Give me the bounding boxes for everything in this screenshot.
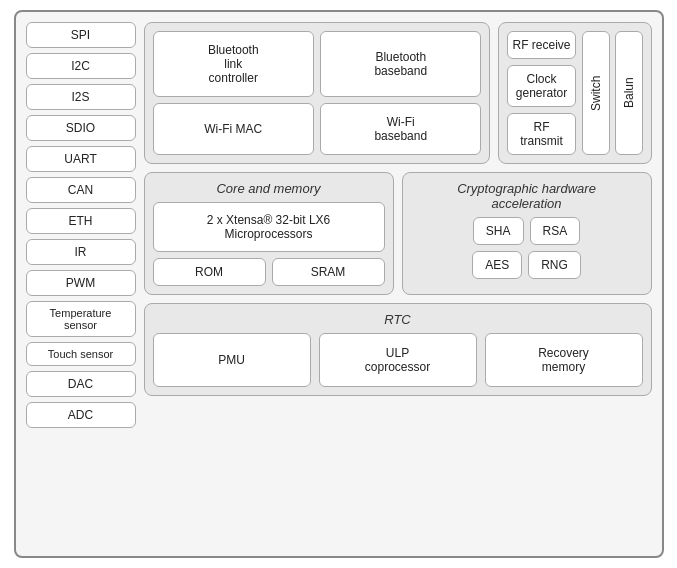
- rng-block: RNG: [528, 251, 581, 279]
- rf-left: RF receive Clockgenerator RFtransmit: [507, 31, 575, 155]
- crypto-title: Cryptographic hardwareacceleration: [411, 181, 643, 211]
- ulp-block: ULPcoprocessor: [319, 333, 477, 387]
- rom-block: ROM: [153, 258, 266, 286]
- core-mem-row: ROM SRAM: [153, 258, 385, 286]
- rsa-block: RSA: [530, 217, 581, 245]
- clock-generator: Clockgenerator: [507, 65, 575, 107]
- bt-baseband: Bluetoothbaseband: [320, 31, 482, 97]
- rtc-row: PMU ULPcoprocessor Recoverymemory: [153, 333, 643, 387]
- pill-spi: SPI: [26, 22, 136, 48]
- wifi-baseband: Wi-Fibaseband: [320, 103, 482, 155]
- recovery-block: Recoverymemory: [485, 333, 643, 387]
- pill-eth: ETH: [26, 208, 136, 234]
- rtc-panel: RTC PMU ULPcoprocessor Recoverymemory: [144, 303, 652, 396]
- bt-link-controller: Bluetoothlinkcontroller: [153, 31, 314, 97]
- balun-block: Balun: [615, 31, 643, 155]
- pmu-block: PMU: [153, 333, 311, 387]
- bt-wifi-panel: Bluetoothlinkcontroller Bluetoothbaseban…: [144, 22, 491, 164]
- pill-i2s: I2S: [26, 84, 136, 110]
- aes-block: AES: [472, 251, 522, 279]
- crypto-row1: SHA RSA: [411, 217, 643, 245]
- pill-sdio: SDIO: [26, 115, 136, 141]
- pill-temp: Temperaturesensor: [26, 301, 136, 337]
- right-area: Bluetoothlinkcontroller Bluetoothbaseban…: [144, 22, 652, 546]
- top-section: Bluetoothlinkcontroller Bluetoothbaseban…: [144, 22, 652, 164]
- rf-right: Switch Balun: [582, 31, 643, 155]
- core-title: Core and memory: [153, 181, 385, 196]
- rf-panel: RF receive Clockgenerator RFtransmit Swi…: [498, 22, 651, 164]
- rf-transmit: RFtransmit: [507, 113, 575, 155]
- crypto-panel: Cryptographic hardwareacceleration SHA R…: [402, 172, 652, 295]
- pill-dac: DAC: [26, 371, 136, 397]
- pill-can: CAN: [26, 177, 136, 203]
- main-diagram: SPI I2C I2S SDIO UART CAN ETH IR PWM Tem…: [14, 10, 664, 558]
- xtensa-block: 2 x Xtensa® 32-bit LX6Microprocessors: [153, 202, 385, 252]
- pill-adc: ADC: [26, 402, 136, 428]
- pill-ir: IR: [26, 239, 136, 265]
- core-panel: Core and memory 2 x Xtensa® 32-bit LX6Mi…: [144, 172, 394, 295]
- pill-touch: Touch sensor: [26, 342, 136, 366]
- pill-uart: UART: [26, 146, 136, 172]
- pill-pwm: PWM: [26, 270, 136, 296]
- rf-receive: RF receive: [507, 31, 575, 59]
- switch-block: Switch: [582, 31, 610, 155]
- left-column: SPI I2C I2S SDIO UART CAN ETH IR PWM Tem…: [26, 22, 136, 546]
- rtc-title: RTC: [153, 312, 643, 327]
- sram-block: SRAM: [272, 258, 385, 286]
- wifi-mac: Wi-Fi MAC: [153, 103, 314, 155]
- middle-section: Core and memory 2 x Xtensa® 32-bit LX6Mi…: [144, 172, 652, 295]
- pill-i2c: I2C: [26, 53, 136, 79]
- sha-block: SHA: [473, 217, 524, 245]
- crypto-row2: AES RNG: [411, 251, 643, 279]
